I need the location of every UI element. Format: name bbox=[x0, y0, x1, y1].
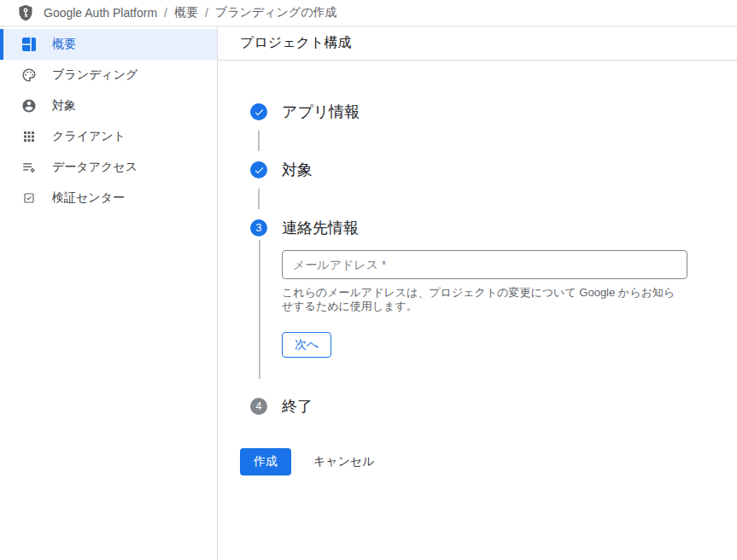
cancel-button[interactable]: キャンセル bbox=[308, 453, 380, 470]
step-complete-check-icon bbox=[250, 161, 267, 178]
step-label: アプリ情報 bbox=[282, 102, 360, 122]
step-label: 連絡先情報 bbox=[282, 218, 359, 238]
page-title-bar: プロジェクト構成 bbox=[218, 26, 737, 61]
main-panel: プロジェクト構成 アプリ情報 対象 3 連絡先情報 bbox=[218, 26, 737, 559]
overview-icon bbox=[21, 37, 37, 52]
breadcrumb-separator: / bbox=[164, 6, 167, 20]
breadcrumb-product[interactable]: Google Auth Platform bbox=[44, 6, 157, 20]
sidebar-item-overview[interactable]: 概要 bbox=[0, 29, 217, 60]
email-address-input[interactable] bbox=[282, 250, 687, 279]
sidebar-item-label: クライアント bbox=[52, 129, 126, 144]
apps-icon bbox=[21, 129, 37, 144]
sidebar-item-clients[interactable]: クライアント bbox=[0, 121, 217, 152]
next-button[interactable]: 次へ bbox=[282, 332, 331, 358]
sidebar-item-verification-center[interactable]: 検証センター bbox=[0, 183, 217, 213]
page-title: プロジェクト構成 bbox=[240, 34, 351, 52]
sidebar-item-branding[interactable]: ブランディング bbox=[0, 60, 217, 90]
breadcrumb-overview[interactable]: 概要 bbox=[174, 5, 198, 20]
email-helper-text: これらのメールアドレスは、プロジェクトの変更について Google からお知らせ… bbox=[282, 286, 681, 313]
breadcrumb-separator: / bbox=[205, 6, 208, 20]
breadcrumb: Google Auth Platform / 概要 / ブランディングの作成 bbox=[44, 5, 336, 20]
step-connector bbox=[258, 131, 260, 151]
step-number-badge: 4 bbox=[250, 398, 267, 415]
person-icon bbox=[21, 98, 37, 114]
create-button[interactable]: 作成 bbox=[240, 448, 291, 475]
sidebar-item-label: 対象 bbox=[52, 98, 76, 114]
google-auth-platform-shield-key-icon bbox=[16, 3, 35, 22]
sidebar-item-label: データアクセス bbox=[52, 160, 137, 175]
step-audience[interactable]: 対象 bbox=[250, 158, 737, 182]
step-label: 対象 bbox=[282, 160, 313, 180]
step-connector bbox=[258, 189, 260, 209]
form-actions: 作成 キャンセル bbox=[240, 448, 737, 475]
verification-checkbox-icon bbox=[21, 190, 37, 206]
sidebar-item-data-access[interactable]: データアクセス bbox=[0, 152, 217, 183]
sidebar-nav: 概要 ブランディング 対象 bbox=[0, 26, 218, 559]
step-app-info[interactable]: アプリ情報 bbox=[250, 100, 737, 124]
sidebar-item-label: ブランディング bbox=[52, 67, 137, 83]
step-label: 終了 bbox=[282, 396, 313, 417]
sidebar-item-label: 検証センター bbox=[52, 190, 125, 206]
sidebar-item-label: 概要 bbox=[52, 37, 76, 52]
sidebar-item-audience[interactable]: 対象 bbox=[0, 90, 217, 121]
step-contact-info: 3 連絡先情報 bbox=[250, 216, 737, 240]
step-finish: 4 終了 bbox=[250, 394, 737, 418]
top-header: Google Auth Platform / 概要 / ブランディングの作成 bbox=[0, 0, 737, 26]
step-number-badge: 3 bbox=[250, 219, 267, 236]
step-complete-check-icon bbox=[250, 103, 267, 120]
palette-icon bbox=[21, 67, 37, 83]
data-access-icon bbox=[21, 160, 37, 175]
breadcrumb-current-page: ブランディングの作成 bbox=[215, 5, 337, 20]
project-config-stepper: アプリ情報 対象 3 連絡先情報 これらのメールアドレスは、プロジェクトの変更に… bbox=[218, 61, 737, 475]
contact-info-form: これらのメールアドレスは、プロジェクトの変更について Google からお知らせ… bbox=[259, 240, 737, 379]
